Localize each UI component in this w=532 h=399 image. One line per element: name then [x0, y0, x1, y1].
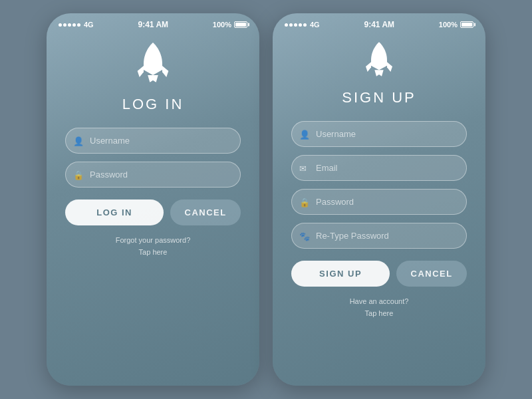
password-input[interactable]	[65, 162, 241, 188]
dot1	[59, 23, 62, 27]
login-battery: 100%	[213, 21, 247, 29]
forgot-line1: Forgot your password?	[116, 236, 191, 244]
dot4	[72, 23, 76, 27]
su-retype-input[interactable]	[291, 223, 467, 249]
login-cancel-button[interactable]: CANCEL	[170, 200, 241, 225]
su-email-group: ✉	[291, 155, 467, 181]
dot5	[77, 23, 80, 27]
forgot-text[interactable]: Forgot your password? Tap here	[116, 235, 191, 258]
have-account-line1: Have an account?	[350, 297, 409, 305]
username-input[interactable]	[65, 128, 241, 154]
signup-content: SIGN UP 👤 ✉ 🔒 🐾 SIGN UP CANCEL Have an a…	[273, 33, 485, 386]
su-network-label: 4G	[310, 21, 320, 29]
network-label: 4G	[84, 21, 94, 29]
svg-point-0	[148, 57, 158, 67]
signup-button[interactable]: SIGN UP	[291, 261, 390, 287]
su-username-input[interactable]	[291, 121, 467, 147]
su-battery-pct: 100%	[439, 21, 458, 29]
su-dot5	[303, 23, 307, 27]
su-username-group: 👤	[291, 121, 467, 147]
login-title: LOG IN	[122, 96, 184, 113]
su-battery-icon	[460, 21, 473, 28]
su-email-input[interactable]	[291, 155, 467, 181]
have-account-line2: Tap here	[365, 309, 394, 317]
forgot-line2: Tap here	[139, 248, 168, 256]
login-time: 9:41 AM	[138, 20, 168, 29]
dot3	[68, 23, 71, 27]
signup-signal-dots	[285, 23, 307, 27]
su-retype-group: 🐾	[291, 223, 467, 249]
username-group: 👤	[65, 128, 241, 154]
dot2	[63, 23, 66, 27]
signup-title: SIGN UP	[342, 89, 416, 106]
su-dot2	[289, 23, 293, 27]
signup-time: 9:41 AM	[364, 20, 394, 29]
signup-status-left: 4G	[285, 21, 320, 29]
su-dot4	[299, 23, 302, 27]
password-group: 🔒	[65, 162, 241, 188]
su-battery-fill	[462, 23, 472, 27]
signup-battery: 100%	[439, 21, 473, 29]
login-card: 4G 9:41 AM 100% LOG IN 👤 🔒	[47, 13, 259, 386]
login-btn-row: LOG IN CANCEL	[65, 200, 241, 225]
su-password-input[interactable]	[291, 189, 467, 215]
login-status-left: 4G	[59, 21, 94, 29]
signup-card: 4G 9:41 AM 100% SIGN UP 👤 ✉	[273, 13, 485, 386]
battery-icon	[234, 21, 247, 28]
have-account-text[interactable]: Have an account? Tap here	[350, 296, 409, 319]
login-status-bar: 4G 9:41 AM 100%	[47, 13, 259, 33]
signal-dots	[59, 23, 80, 27]
su-dot3	[294, 23, 297, 27]
signup-cancel-button[interactable]: CANCEL	[396, 261, 467, 287]
svg-point-1	[374, 54, 383, 63]
su-dot1	[285, 23, 288, 27]
battery-fill	[235, 23, 246, 27]
signup-status-bar: 4G 9:41 AM 100%	[273, 13, 485, 33]
signup-btn-row: SIGN UP CANCEL	[291, 261, 467, 287]
su-password-group: 🔒	[291, 189, 467, 215]
battery-pct: 100%	[213, 21, 231, 29]
rocket-icon	[130, 40, 176, 89]
login-button[interactable]: LOG IN	[65, 200, 164, 225]
login-content: LOG IN 👤 🔒 LOG IN CANCEL Forgot your pas…	[47, 33, 259, 386]
signup-rocket-icon	[359, 40, 399, 82]
